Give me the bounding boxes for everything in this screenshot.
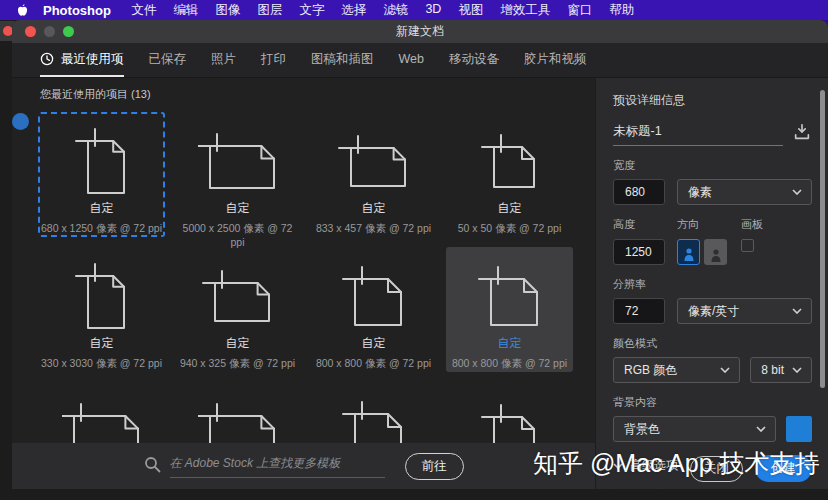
preset-name: 自定 xyxy=(176,200,299,217)
artboard-checkbox[interactable] xyxy=(741,239,754,252)
tab-category[interactable]: Web xyxy=(399,43,424,77)
height-label: 高度 xyxy=(613,217,665,232)
dialog-title: 新建文档 xyxy=(396,23,444,40)
tab-category[interactable]: 胶片和视频 xyxy=(524,43,587,77)
preset-name: 自定 xyxy=(312,335,435,352)
document-name-input[interactable]: 未标题-1 xyxy=(613,123,783,146)
preset-name: 自定 xyxy=(448,335,571,352)
resolution-unit-select[interactable]: 像素/英寸 xyxy=(677,298,812,324)
menu-item[interactable]: 文字 xyxy=(291,2,333,19)
resolution-label: 分辨率 xyxy=(613,277,812,292)
panel-heading: 预设详细信息 xyxy=(613,92,812,109)
height-input[interactable]: 1250 xyxy=(613,239,665,265)
zhihu-watermark: 知乎 @Mac App 技术支持 xyxy=(533,447,820,480)
save-preset-icon[interactable] xyxy=(792,122,812,146)
preset-dimensions: 833 x 457 像素 @ 72 ppi xyxy=(312,222,435,236)
document-preset-icon xyxy=(176,254,299,334)
tab-category[interactable]: 图稿和插图 xyxy=(311,43,374,77)
preset-details-panel: 预设详细信息 未标题-1 宽度 680 像素 高度 xyxy=(595,78,828,489)
menu-item[interactable]: 选择 xyxy=(333,2,375,19)
width-input[interactable]: 680 xyxy=(613,179,665,205)
preset-name: 自定 xyxy=(40,200,163,217)
tab-category[interactable]: 已保存 xyxy=(149,43,187,77)
menu-item[interactable]: 编辑 xyxy=(165,2,207,19)
menu-app-name[interactable]: Photoshop xyxy=(43,3,111,18)
preset-dimensions: 680 x 1250 像素 @ 72 ppi xyxy=(40,222,163,236)
chevron-down-icon xyxy=(792,367,802,373)
orientation-label: 方向 xyxy=(677,217,727,232)
preset-name: 自定 xyxy=(448,200,571,217)
preset-card[interactable]: 自定940 x 325 像素 @ 72 ppi xyxy=(174,247,301,372)
apple-icon[interactable] xyxy=(16,3,29,18)
search-icon xyxy=(144,456,161,477)
clock-icon xyxy=(40,52,54,66)
preset-card[interactable]: 自定800 x 800 像素 @ 72 ppi xyxy=(446,247,573,372)
preset-dimensions: 5000 x 2500 像素 @ 72 ppi xyxy=(176,222,299,248)
zoom-window-button[interactable] xyxy=(63,26,74,37)
portrait-person-icon xyxy=(683,247,695,262)
document-preset-icon xyxy=(448,119,571,199)
preset-dimensions: 940 x 325 像素 @ 72 ppi xyxy=(176,357,299,371)
macos-menu-bar: Photoshop 文件编辑图像图层文字选择滤镜3D视图增效工具窗口帮助 xyxy=(0,0,828,20)
bit-depth-select[interactable]: 8 bit xyxy=(750,357,812,383)
dialog-title-bar: 新建文档 xyxy=(12,20,828,43)
tab-category[interactable]: 移动设备 xyxy=(449,43,499,77)
preset-card[interactable]: 自定833 x 457 像素 @ 72 ppi xyxy=(310,112,437,237)
menu-item[interactable]: 帮助 xyxy=(601,2,643,19)
preset-grid: 自定680 x 1250 像素 @ 72 ppi自定5000 x 2500 像素… xyxy=(38,112,573,489)
orientation-portrait-button[interactable] xyxy=(677,239,700,265)
tab-category[interactable]: 照片 xyxy=(211,43,236,77)
preset-dimensions: 800 x 800 像素 @ 72 ppi xyxy=(448,357,571,371)
width-label: 宽度 xyxy=(613,158,812,173)
color-profile-label: 颜色配置文件 xyxy=(613,487,812,489)
preset-dimensions: 50 x 50 像素 @ 72 ppi xyxy=(448,222,571,236)
document-preset-icon xyxy=(176,119,299,199)
orientation-landscape-button[interactable] xyxy=(704,239,727,265)
background-color-swatch[interactable] xyxy=(786,416,812,442)
artboard-label: 画板 xyxy=(741,217,763,232)
menu-item[interactable]: 滤镜 xyxy=(375,2,417,19)
menu-item[interactable]: 图层 xyxy=(249,2,291,19)
preset-card[interactable]: 自定800 x 800 像素 @ 72 ppi xyxy=(310,247,437,372)
chevron-down-icon xyxy=(756,426,766,432)
menu-item[interactable]: 图像 xyxy=(207,2,249,19)
go-button[interactable]: 前往 xyxy=(405,453,464,480)
color-mode-label: 颜色模式 xyxy=(613,336,812,351)
tab-category[interactable]: 打印 xyxy=(261,43,286,77)
chevron-down-icon xyxy=(792,308,802,314)
preset-card[interactable]: 自定50 x 50 像素 @ 72 ppi xyxy=(446,112,573,237)
recent-items-heading: 您最近使用的项目 (13) xyxy=(40,87,151,102)
background-blue-button xyxy=(12,113,29,130)
background-contents-label: 背景内容 xyxy=(613,395,812,410)
preset-category-tabs: 最近使用项已保存照片打印图稿和插图Web移动设备胶片和视频 xyxy=(12,43,828,78)
panel-scrollbar[interactable] xyxy=(820,90,825,388)
menu-item[interactable]: 文件 xyxy=(123,2,165,19)
resolution-input[interactable]: 72 xyxy=(613,298,665,324)
close-window-button[interactable] xyxy=(25,26,36,37)
background-contents-select[interactable]: 背景色 xyxy=(613,416,776,442)
menu-item[interactable]: 3D xyxy=(417,2,450,19)
chevron-down-icon xyxy=(792,189,802,195)
presets-area: 您最近使用的项目 (13) 自定680 x 1250 像素 @ 72 ppi自定… xyxy=(12,78,595,489)
document-preset-icon xyxy=(312,119,435,199)
landscape-person-icon xyxy=(710,248,722,263)
document-preset-icon xyxy=(40,254,163,334)
document-preset-icon xyxy=(448,254,571,334)
tab-recent[interactable]: 最近使用项 xyxy=(40,43,124,77)
stock-search-input[interactable]: 在 Adobe Stock 上查找更多模板 xyxy=(170,455,385,478)
chevron-down-icon xyxy=(720,367,730,373)
width-unit-select[interactable]: 像素 xyxy=(677,179,812,205)
color-mode-select[interactable]: RGB 颜色 xyxy=(613,357,740,383)
menu-item[interactable]: 视图 xyxy=(450,2,492,19)
menu-item[interactable]: 增效工具 xyxy=(492,2,559,19)
menu-item[interactable]: 窗口 xyxy=(559,2,601,19)
preset-card[interactable]: 自定680 x 1250 像素 @ 72 ppi xyxy=(38,112,165,237)
preset-card[interactable]: 自定330 x 3030 像素 @ 72 ppi xyxy=(38,247,165,372)
new-document-dialog: 新建文档 最近使用项已保存照片打印图稿和插图Web移动设备胶片和视频 您最近使用… xyxy=(12,20,828,489)
preset-card[interactable]: 自定5000 x 2500 像素 @ 72 ppi xyxy=(174,112,301,237)
preset-name: 自定 xyxy=(312,200,435,217)
minimize-window-button[interactable] xyxy=(44,26,55,37)
adobe-stock-search-bar: 在 Adobe Stock 上查找更多模板 前往 xyxy=(12,443,595,489)
preset-dimensions: 800 x 800 像素 @ 72 ppi xyxy=(312,357,435,371)
preset-name: 自定 xyxy=(176,335,299,352)
